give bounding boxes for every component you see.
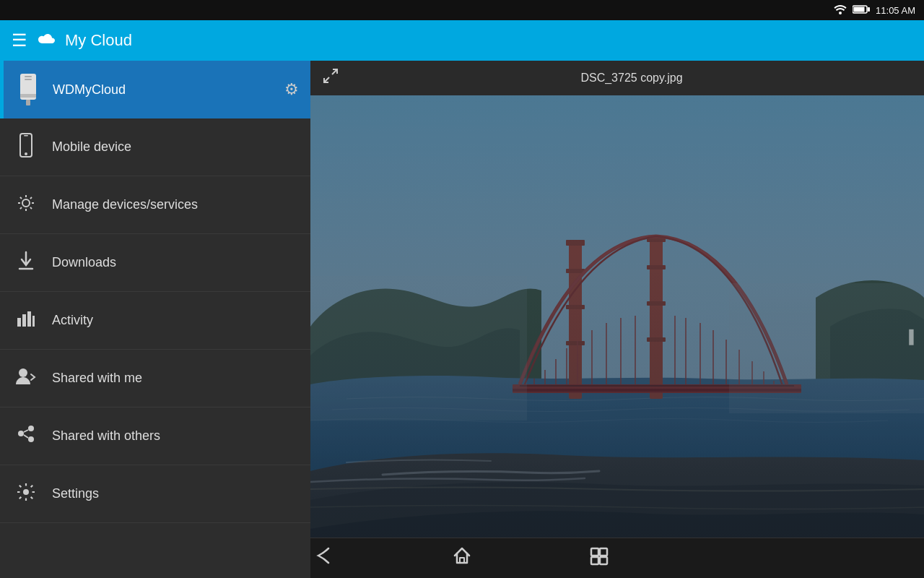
photo-preview	[310, 95, 924, 578]
settings-icon	[14, 483, 38, 506]
sidebar-item-settings[interactable]: Settings	[0, 465, 310, 523]
hamburger-icon[interactable]: ☰	[12, 30, 27, 51]
sidebar-item-wdmycloud[interactable]: WDMyCloud ⚙	[0, 61, 310, 118]
image-container: ▌ Created on Nov 19, 2009 @ 2:25 PM	[310, 95, 924, 578]
svg-rect-11	[24, 135, 28, 137]
recents-button[interactable]	[588, 545, 610, 571]
home-button[interactable]	[451, 545, 473, 571]
sidebar-item-label-shared-others: Shared with others	[52, 428, 160, 444]
file-name: DSC_3725 copy.jpg	[351, 72, 912, 85]
scroll-indicator: ▌	[909, 329, 918, 345]
status-bar: 11:05 AM	[0, 0, 924, 20]
svg-point-0	[839, 12, 842, 14]
sidebar-item-mobile-device[interactable]: Mobile device	[0, 118, 310, 176]
main-content: DSC_3725 copy.jpg	[310, 61, 924, 578]
wifi-icon	[834, 4, 847, 17]
sidebar-item-shared-with-me[interactable]: Shared with me	[0, 350, 310, 407]
svg-point-24	[23, 489, 29, 495]
svg-point-21	[28, 436, 34, 442]
svg-rect-2	[854, 7, 865, 12]
hdd-device-icon	[15, 74, 41, 105]
svg-line-23	[24, 435, 28, 438]
svg-rect-6	[25, 79, 32, 80]
cloud-icon	[36, 30, 56, 51]
svg-rect-62	[591, 548, 598, 556]
downloads-icon	[14, 251, 38, 275]
sidebar-item-label-downloads: Downloads	[52, 255, 116, 270]
svg-rect-8	[26, 100, 30, 105]
svg-point-19	[18, 431, 24, 436]
mobile-device-icon	[14, 133, 38, 162]
file-header: DSC_3725 copy.jpg	[310, 61, 924, 95]
svg-rect-3	[868, 7, 870, 12]
svg-rect-64	[591, 557, 598, 564]
expand-button[interactable]	[322, 67, 339, 89]
svg-point-20	[28, 426, 34, 431]
svg-rect-7	[20, 94, 36, 98]
battery-icon	[853, 4, 870, 17]
sidebar-item-label-settings: Settings	[52, 486, 99, 501]
svg-rect-5	[25, 76, 32, 77]
sidebar: WDMyCloud ⚙ Mobile device Manage devices…	[0, 61, 310, 578]
svg-rect-16	[27, 311, 31, 327]
back-button[interactable]	[314, 545, 336, 571]
sidebar-item-label-mobile: Mobile device	[52, 139, 131, 155]
top-bar: ☰ My Cloud	[0, 20, 924, 61]
svg-rect-63	[600, 548, 607, 556]
svg-rect-65	[600, 557, 607, 564]
shared-with-others-icon	[14, 425, 38, 448]
svg-rect-60	[310, 95, 924, 578]
sidebar-item-downloads[interactable]: Downloads	[0, 234, 310, 292]
svg-point-18	[19, 368, 27, 377]
device-name: WDMyCloud	[53, 82, 273, 98]
sidebar-item-shared-with-others[interactable]: Shared with others	[0, 407, 310, 465]
svg-point-12	[22, 199, 30, 207]
app-title: My Cloud	[65, 31, 132, 50]
sidebar-item-label-activity: Activity	[52, 313, 93, 328]
activity-icon	[14, 311, 38, 331]
shared-with-me-icon	[14, 367, 38, 390]
sidebar-item-label-shared-me: Shared with me	[52, 371, 142, 386]
device-settings-button[interactable]: ⚙	[284, 80, 299, 99]
svg-rect-17	[32, 316, 35, 327]
sidebar-item-manage-devices[interactable]: Manage devices/services	[0, 176, 310, 234]
svg-rect-14	[17, 318, 21, 327]
sidebar-item-label-manage: Manage devices/services	[52, 197, 198, 212]
svg-rect-15	[22, 314, 26, 327]
sidebar-item-activity[interactable]: Activity	[0, 292, 310, 350]
status-time: 11:05 AM	[876, 5, 915, 16]
svg-point-10	[25, 152, 27, 155]
svg-line-22	[24, 430, 28, 432]
manage-devices-icon	[14, 194, 38, 217]
